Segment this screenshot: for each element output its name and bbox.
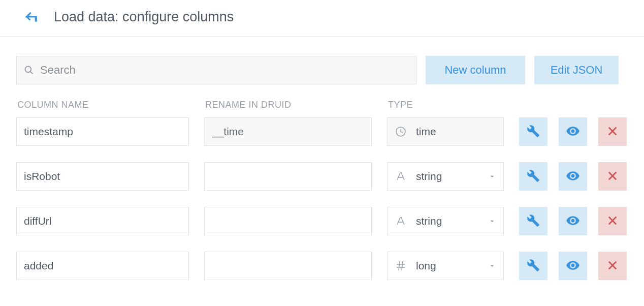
preview-button[interactable] (559, 207, 587, 235)
hash-icon (395, 260, 407, 272)
preview-button[interactable] (559, 162, 587, 191)
header-type: TYPE (388, 100, 505, 110)
search-field-wrap (16, 56, 416, 84)
row-actions (519, 252, 628, 280)
wrench-icon (527, 214, 540, 229)
text-icon (395, 170, 407, 182)
svg-line-1 (30, 72, 33, 74)
delete-button[interactable] (598, 207, 627, 235)
search-icon (24, 65, 34, 75)
toolbar: New column Edit JSON (16, 56, 628, 84)
column-row: time (16, 117, 628, 146)
delete-button[interactable] (598, 252, 627, 280)
close-icon (607, 215, 618, 228)
column-row: string (16, 162, 628, 191)
columns-header-row: COLUMN NAME RENAME IN DRUID TYPE (16, 100, 628, 110)
type-label: time (416, 126, 496, 138)
configure-button[interactable] (519, 117, 548, 146)
eye-icon (566, 213, 580, 229)
preview-button[interactable] (559, 252, 587, 280)
text-icon (395, 215, 407, 227)
eye-icon (566, 124, 580, 140)
configure-button[interactable] (519, 207, 548, 235)
rename-input (204, 117, 372, 146)
chevron-down-icon (488, 172, 496, 180)
rename-input[interactable] (204, 162, 372, 191)
content-area: New column Edit JSON COLUMN NAME RENAME … (0, 37, 644, 280)
column-row: string (16, 207, 628, 235)
close-icon (607, 170, 618, 183)
wrench-icon (527, 125, 540, 139)
clock-icon (395, 126, 407, 138)
back-icon[interactable] (24, 10, 39, 24)
delete-button[interactable] (598, 117, 627, 146)
type-select[interactable]: string (387, 207, 504, 235)
header-column-name: COLUMN NAME (17, 100, 190, 110)
type-label: string (416, 170, 479, 182)
delete-button[interactable] (598, 162, 627, 191)
chevron-down-icon (488, 217, 496, 225)
eye-icon (566, 258, 580, 274)
page-title: Load data: configure columns (54, 9, 234, 25)
row-actions (519, 207, 628, 235)
header-rename: RENAME IN DRUID (205, 100, 373, 110)
svg-line-14 (402, 261, 403, 270)
column-row: long (16, 252, 628, 280)
type-select: time (387, 117, 504, 146)
type-label: long (416, 260, 479, 272)
rename-input[interactable] (204, 252, 372, 280)
close-icon (607, 126, 618, 138)
rename-input[interactable] (204, 207, 372, 235)
configure-button[interactable] (519, 252, 548, 280)
configure-button[interactable] (519, 162, 548, 191)
eye-icon (566, 169, 580, 185)
close-icon (607, 260, 618, 272)
column-name-input[interactable] (16, 117, 189, 146)
column-name-input[interactable] (16, 162, 189, 191)
chevron-down-icon (488, 262, 496, 270)
column-name-input[interactable] (16, 252, 189, 280)
svg-line-13 (399, 261, 400, 270)
edit-json-button[interactable]: Edit JSON (534, 56, 619, 84)
column-name-input[interactable] (16, 207, 189, 235)
row-actions (519, 117, 628, 146)
row-actions (519, 162, 628, 191)
page-header: Load data: configure columns (0, 0, 644, 37)
svg-point-0 (25, 67, 31, 73)
type-select[interactable]: string (387, 162, 504, 191)
new-column-button[interactable]: New column (426, 56, 525, 84)
wrench-icon (527, 169, 540, 184)
type-select[interactable]: long (387, 252, 504, 280)
preview-button[interactable] (559, 117, 587, 146)
wrench-icon (527, 259, 540, 273)
type-label: string (416, 215, 479, 227)
rows-container: timestringstringlong (16, 117, 628, 280)
search-input[interactable] (40, 64, 409, 77)
